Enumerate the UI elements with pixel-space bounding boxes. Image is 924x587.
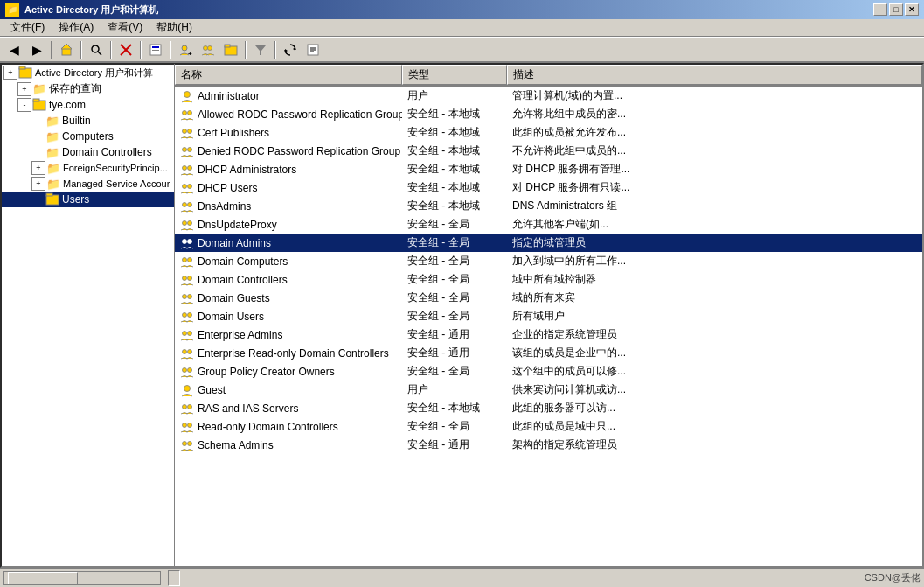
list-row[interactable]: DHCP Users 安全组 - 本地域 对 DHCP 服务拥有只读... (175, 178, 922, 197)
toolbar-sep-5 (170, 41, 171, 59)
tree-root[interactable]: + Active Directory 用户和计算 (2, 65, 174, 80)
list-row[interactable]: Administrator 用户 管理计算机(域)的内置... (175, 87, 922, 105)
new-user-button[interactable]: + (175, 39, 196, 60)
list-row[interactable]: RAS and IAS Servers 安全组 - 本地域 此组的服务器可以访.… (175, 399, 922, 417)
list-row[interactable]: Enterprise Read-only Domain Controllers … (175, 344, 922, 362)
svg-point-66 (188, 441, 192, 445)
row-name: Group Policy Creator Owners (198, 366, 335, 378)
row-name: RAS and IAS Servers (198, 402, 298, 415)
svg-rect-7 (152, 46, 159, 48)
new-user-icon: + (178, 43, 192, 57)
row-name: Read-only Domain Controllers (198, 421, 338, 433)
menu-file[interactable]: 文件(F) (3, 18, 52, 37)
svg-point-42 (183, 220, 187, 225)
tree-root-expand[interactable]: + (3, 66, 17, 80)
menu-help[interactable]: 帮助(H) (149, 18, 199, 37)
list-row[interactable]: Domain Guests 安全组 - 全局 域的所有来宾 (175, 289, 922, 307)
list-row[interactable]: Schema Admins 安全组 - 通用 架构的指定系统管理员 (175, 436, 922, 454)
row-icon (180, 163, 194, 177)
row-icon (180, 328, 194, 342)
tree-builtin[interactable]: 📁 Builtin (2, 113, 174, 129)
row-name: Guest (198, 384, 226, 396)
row-type: 安全组 - 本地域 (402, 143, 507, 159)
saved-queries-icon: 📁 (32, 82, 46, 96)
maximize-button[interactable]: □ (889, 3, 903, 16)
list-row[interactable]: Enterprise Admins 安全组 - 通用 企业的指定系统管理员 (175, 325, 922, 344)
list-row[interactable]: Guest 用户 供来宾访问计算机或访... (175, 381, 922, 399)
row-desc: DNS Administrators 组 (507, 198, 922, 214)
tree-foreign[interactable]: + 📁 ForeignSecurityPrincip... (2, 160, 174, 176)
list-row[interactable]: Domain Admins 安全组 - 全局 指定的域管理员 (175, 234, 922, 252)
forward-button[interactable]: ▶ (26, 39, 47, 60)
list-row[interactable]: DnsAdmins 安全组 - 本地域 DNS Administrators 组 (175, 197, 922, 215)
tree-foreign-expand[interactable]: + (31, 161, 45, 175)
svg-rect-15 (225, 45, 230, 47)
tree-users-label: Users (62, 193, 89, 206)
list-row[interactable]: Group Policy Creator Owners 安全组 - 全局 这个组… (175, 362, 922, 381)
tree-domain-expand[interactable]: - (17, 98, 31, 112)
tree-managed-label: Managed Service Accour (63, 178, 170, 189)
svg-point-64 (188, 423, 192, 427)
delete-button[interactable] (115, 39, 136, 60)
svg-rect-9 (152, 52, 157, 52)
tree-panel: + Active Directory 用户和计算 + 📁 保存的查询 - tye… (0, 63, 175, 568)
find-button[interactable] (86, 39, 107, 60)
managed-icon: 📁 (46, 177, 60, 191)
list-row[interactable]: DHCP Administrators 安全组 - 本地域 对 DHCP 服务拥… (175, 160, 922, 178)
list-row[interactable]: DnsUpdateProxy 安全组 - 全局 允许其他客户端(如... (175, 215, 922, 234)
menu-action[interactable]: 操作(A) (52, 18, 101, 37)
row-icon (180, 255, 194, 269)
tree-computers[interactable]: 📁 Computers (2, 129, 174, 144)
tree-managed[interactable]: + 📁 Managed Service Accour (2, 176, 174, 192)
svg-point-55 (188, 331, 192, 335)
list-row[interactable]: Domain Users 安全组 - 全局 所有域用户 (175, 307, 922, 325)
properties-button[interactable] (145, 39, 166, 60)
row-desc: 此组的服务器可以访... (507, 400, 922, 416)
row-icon (180, 402, 194, 416)
svg-marker-1 (61, 44, 72, 49)
title-bar: 📁 Active Directory 用户和计算机 — □ ✕ (0, 0, 924, 19)
row-icon (180, 108, 194, 122)
list-row[interactable]: Domain Computers 安全组 - 全局 加入到域中的所有工作... (175, 252, 922, 270)
row-name: DnsUpdateProxy (198, 219, 277, 231)
list-row[interactable]: Domain Controllers 安全组 - 全局 域中所有域控制器 (175, 270, 922, 289)
toolbar-sep-3 (110, 41, 112, 59)
back-button[interactable]: ◀ (3, 39, 24, 60)
refresh-icon (283, 43, 297, 57)
scrollbar-thumb[interactable] (8, 572, 78, 584)
tree-saved-queries[interactable]: + 📁 保存的查询 (2, 80, 174, 97)
svg-point-61 (183, 404, 187, 409)
export-button[interactable] (302, 39, 323, 60)
refresh-button[interactable] (280, 39, 301, 60)
tree-dc[interactable]: 📁 Domain Controllers (2, 144, 174, 160)
list-row[interactable]: Allowed RODC Password Replication Group … (175, 105, 922, 123)
menu-view[interactable]: 查看(V) (101, 18, 149, 37)
row-type: 安全组 - 全局 (402, 290, 507, 306)
col-header-name[interactable]: 名称 (175, 65, 402, 85)
row-type: 安全组 - 通用 (402, 326, 507, 343)
tree-users[interactable]: Users (2, 192, 174, 207)
svg-point-65 (183, 441, 187, 445)
tree-managed-expand[interactable]: + (31, 177, 45, 191)
filter-button[interactable] (250, 39, 271, 60)
row-icon (180, 126, 194, 140)
svg-point-44 (183, 239, 187, 243)
list-content: Administrator 用户 管理计算机(域)的内置... Allowed … (175, 87, 922, 566)
row-icon (180, 365, 194, 379)
up-button[interactable] (56, 39, 77, 60)
col-header-type[interactable]: 类型 (402, 65, 507, 85)
toolbar-sep-2 (80, 41, 82, 59)
list-row[interactable]: Denied RODC Password Replication Group 安… (175, 142, 922, 160)
export-icon (306, 43, 320, 57)
new-group-button[interactable] (198, 39, 219, 60)
new-ou-button[interactable] (220, 39, 241, 60)
row-type: 安全组 - 本地域 (402, 400, 507, 416)
tree-saved-expand[interactable]: + (17, 82, 31, 96)
col-header-desc[interactable]: 描述 (507, 65, 922, 85)
status-text (168, 570, 180, 586)
tree-domain[interactable]: - tye.com (2, 97, 174, 113)
list-row[interactable]: Cert Publishers 安全组 - 本地域 此组的成员被允许发布... (175, 123, 922, 142)
minimize-button[interactable]: — (873, 3, 887, 16)
close-button[interactable]: ✕ (905, 3, 919, 16)
list-row[interactable]: Read-only Domain Controllers 安全组 - 全局 此组… (175, 417, 922, 436)
